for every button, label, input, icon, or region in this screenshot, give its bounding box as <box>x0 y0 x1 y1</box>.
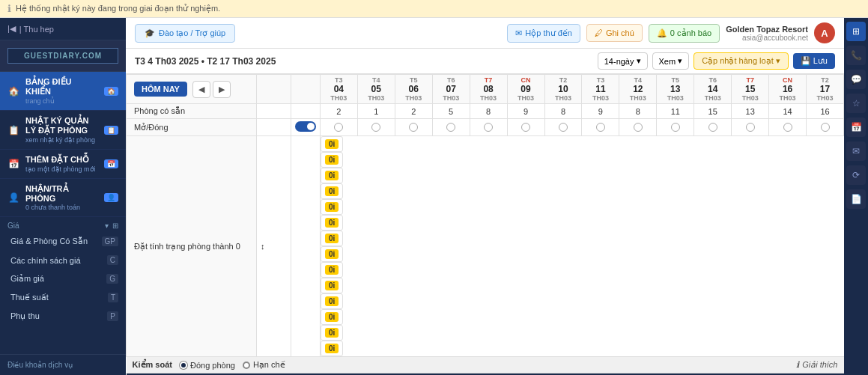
open-circle-cell[interactable] <box>432 119 470 136</box>
table-row: Phòng có sẵn2125898981115131416 <box>127 104 844 119</box>
sidebar-item-dashboard[interactable]: 🏠 BẢNG ĐIỀU KHIỂN trang chủ 🏠 <box>0 72 126 111</box>
open-circle-cell[interactable] <box>619 119 657 136</box>
phuthu-label: Phụ thu <box>10 311 40 321</box>
right-icon-refresh[interactable]: ⟳ <box>846 165 866 185</box>
open-circle-cell[interactable] <box>395 119 432 136</box>
blank-th2 <box>291 75 320 104</box>
update-button[interactable]: Cập nhật hàng loạt ▾ <box>694 52 789 70</box>
open-circle-cell[interactable] <box>732 119 769 136</box>
right-icon-grid[interactable]: ⊞ <box>846 22 866 41</box>
hotel-email: asia@accubook.net <box>742 34 808 42</box>
sidebar-section-gia[interactable]: Giá ▾ ⊞ <box>0 217 126 232</box>
sidebar-item-gia-phong[interactable]: Giá & Phòng Có Sẵn GP <box>0 232 126 251</box>
table-row-open: Mở/Đóng <box>127 119 844 136</box>
date-th-0: T3 04 TH03 <box>320 75 357 104</box>
xem-button[interactable]: Xem ▾ <box>652 52 690 70</box>
status-badge[interactable]: 0i <box>325 218 339 228</box>
status-badge[interactable]: 0i <box>325 281 339 290</box>
status-badge-cell[interactable]: 0i <box>321 309 343 325</box>
sidebar-item-diary[interactable]: 📋 NHẬT KÝ QUẢN LÝ ĐẶT PHÒNG xem nhật ký … <box>0 111 126 150</box>
status-badge-cell[interactable]: 0i <box>321 278 343 293</box>
chevron-down-icon: ▾ <box>105 222 109 230</box>
table-body: Phòng có sẵn2125898981115131416Mở/ĐóngĐặ… <box>127 104 844 376</box>
open-circle-cell[interactable] <box>657 119 694 136</box>
today-button[interactable]: HÔM NAY <box>134 82 187 97</box>
email-button[interactable]: ✉ Hộp thư đến <box>507 24 580 43</box>
status-badge[interactable]: 0i <box>325 234 339 243</box>
status-badge[interactable]: 0i <box>325 249 339 259</box>
open-circle-cell[interactable] <box>544 119 582 136</box>
open-circle-cell[interactable] <box>769 119 807 136</box>
next-button[interactable]: ▶ <box>213 81 231 98</box>
status-badge-cell[interactable]: 0i <box>321 231 343 246</box>
giamgia-label: Giảm giá <box>10 274 44 284</box>
status-badge[interactable]: 0i <box>325 296 339 306</box>
date-th-11: T7 15 TH03 <box>732 75 769 104</box>
status-badge-cell[interactable]: 0i <box>321 246 343 262</box>
collapse-label: | Thu hep <box>19 25 54 34</box>
sidebar-item-add[interactable]: 📅 THÊM ĐẶT CHỖ tạo một đặt phòng mới 📅 <box>0 150 126 179</box>
status-badge-cell[interactable]: 0i <box>321 293 343 309</box>
open-circle-cell[interactable] <box>320 119 357 136</box>
right-icon-calendar[interactable]: 📅 <box>846 118 866 137</box>
row-label: Đặt tính trạng phòng thành 0 <box>127 136 257 357</box>
open-circle-cell[interactable] <box>694 119 732 136</box>
status-badge[interactable]: 0i <box>325 265 339 275</box>
open-circle-cell[interactable] <box>807 119 844 136</box>
open-circle-icon <box>371 123 380 132</box>
sidebar-item-checkin[interactable]: 👤 NHẬN/TRẢ PHÒNG 0 chưa thanh toán 👤 <box>0 179 126 217</box>
status-badge[interactable]: 0i <box>325 186 339 196</box>
status-badge[interactable]: 0i <box>325 312 339 322</box>
switch-toggle[interactable] <box>295 121 316 132</box>
status-badge[interactable]: 0i <box>325 171 339 180</box>
status-badge-cell[interactable]: 0i <box>321 136 343 152</box>
row-value-cell: 16 <box>807 104 844 119</box>
status-badge-cell[interactable]: 0i <box>321 325 343 341</box>
training-button[interactable]: 🎓 Đào tạo / Trợ giúp <box>135 24 235 43</box>
status-badge-cell[interactable]: 0i <box>321 199 343 215</box>
collapse-icon: |◀ <box>7 24 16 34</box>
option-dongphong[interactable]: Đóng phòng <box>180 361 235 370</box>
explain-btn[interactable]: ℹ Giải thích <box>796 360 837 370</box>
status-badge[interactable]: 0i <box>325 139 339 149</box>
row-switch[interactable] <box>291 119 320 136</box>
sidebar-add-title: THÊM ĐẶT CHỖ <box>25 155 98 165</box>
right-icon-phone[interactable]: 📞 <box>846 46 866 65</box>
open-circle-cell[interactable] <box>357 119 395 136</box>
sidebar-item-giamgia[interactable]: Giảm giá G <box>0 269 126 288</box>
status-badge-cell[interactable]: 0i <box>321 262 343 278</box>
status-badge-cell[interactable]: 0i <box>321 215 343 231</box>
user-avatar-button[interactable]: A <box>814 22 835 43</box>
status-badge[interactable]: 0i <box>325 155 339 165</box>
status-badge-cell[interactable]: 0i <box>321 152 343 168</box>
status-badge-cell[interactable]: 0i <box>321 341 343 356</box>
status-badge-cell[interactable]: 0i <box>321 183 343 199</box>
14day-button[interactable]: 14-ngày ▾ <box>598 52 648 70</box>
note-button[interactable]: 🖊 Ghi chú <box>586 24 643 42</box>
save-button[interactable]: 💾 Lưu <box>793 53 835 69</box>
hotel-info[interactable]: Golden Topaz Resort asia@accubook.net <box>726 25 808 42</box>
sidebar-item-thuesuat[interactable]: Thuế suất T <box>0 288 126 307</box>
status-badge[interactable]: 0i <box>325 202 339 212</box>
status-badge[interactable]: 0i <box>325 328 339 338</box>
sidebar-collapse-btn[interactable]: |◀ | Thu hep <box>0 18 126 40</box>
sidebar-item-phuthu[interactable]: Phụ thu P <box>0 307 126 326</box>
open-circle-cell[interactable] <box>582 119 619 136</box>
sidebar-footer[interactable]: Điều khoản dịch vụ <box>0 354 126 375</box>
open-circle-cell[interactable] <box>470 119 507 136</box>
status-badge[interactable]: 0i <box>325 344 339 353</box>
right-icon-doc[interactable]: 📄 <box>846 189 866 209</box>
radio-empty-icon <box>243 362 250 369</box>
alert-button[interactable]: 🔔 0 cảnh báo <box>649 24 720 43</box>
date-th-5: CN 09 TH03 <box>507 75 544 104</box>
open-circle-icon <box>746 123 755 132</box>
sidebar-item-chinhsach[interactable]: Các chính sách giá C <box>0 251 126 269</box>
open-circle-cell[interactable] <box>507 119 544 136</box>
status-badge-cell[interactable]: 0i <box>321 168 343 183</box>
date-th-7: T3 11 TH03 <box>582 75 619 104</box>
prev-button[interactable]: ◀ <box>192 81 210 98</box>
right-icon-star[interactable]: ☆ <box>846 94 866 113</box>
right-icon-msg[interactable]: ✉ <box>846 141 866 161</box>
option-hanche[interactable]: Hạn chế <box>243 360 285 370</box>
right-icon-chat[interactable]: 💬 <box>846 70 866 89</box>
